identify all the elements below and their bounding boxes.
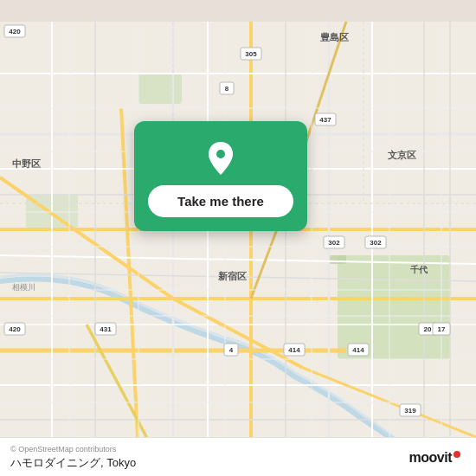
svg-rect-77 [433,323,450,335]
location-pin-icon [202,138,240,177]
svg-text:437: 437 [319,116,331,124]
svg-rect-69 [284,344,305,356]
moovit-logo-text: moovit [409,450,452,466]
map-container: 420 305 437 8 302 302 420 431 4 414 414 … [0,0,476,476]
svg-rect-4 [138,74,182,104]
take-me-there-button[interactable]: Take me there [148,185,293,217]
svg-rect-65 [95,323,116,335]
svg-text:文京区: 文京区 [388,150,416,160]
svg-rect-57 [220,82,234,94]
card: Take me there [134,121,307,231]
svg-line-33 [87,325,156,454]
svg-text:相模川: 相模川 [12,283,35,292]
svg-rect-53 [241,48,261,60]
svg-text:新宿区: 新宿区 [218,271,247,281]
svg-text:8: 8 [225,85,229,93]
bottom-left-info: © OpenStreetMap contributors ハモロダイニング, T… [10,445,136,471]
svg-text:20: 20 [424,325,432,333]
svg-rect-3 [26,195,78,229]
svg-rect-61 [365,236,386,248]
svg-text:302: 302 [328,239,340,247]
svg-rect-51 [4,25,25,37]
location-name: ハモロダイニング, Tokyo [10,455,136,471]
svg-rect-0 [0,22,476,454]
svg-text:305: 305 [245,50,257,58]
svg-rect-1 [338,255,450,359]
attribution-text: © OpenStreetMap contributors [10,445,136,453]
svg-line-29 [173,299,303,368]
svg-line-30 [303,368,476,437]
svg-text:319: 319 [404,407,416,415]
svg-text:302: 302 [370,239,382,247]
svg-rect-2 [329,255,346,264]
svg-line-16 [0,255,476,264]
svg-text:千代: 千代 [410,265,428,274]
map-svg: 420 305 437 8 302 302 420 431 4 414 414 … [0,0,476,476]
svg-rect-59 [324,236,344,248]
svg-text:中野区: 中野区 [12,158,41,169]
svg-text:420: 420 [9,28,21,35]
svg-rect-55 [315,113,336,125]
svg-rect-63 [4,323,25,335]
svg-line-32 [251,229,277,299]
svg-text:4: 4 [229,346,234,354]
bottom-bar: © OpenStreetMap contributors ハモロダイニング, T… [0,437,476,476]
moovit-logo: moovit [404,448,466,467]
svg-text:豊島区: 豊島区 [320,32,349,42]
svg-rect-75 [400,404,421,416]
svg-point-87 [216,150,225,158]
svg-rect-71 [348,344,369,356]
svg-text:414: 414 [352,346,364,354]
moovit-dot [453,451,460,458]
svg-text:414: 414 [288,346,300,354]
svg-text:17: 17 [438,325,446,333]
svg-text:431: 431 [100,325,112,333]
svg-text:420: 420 [9,325,21,333]
svg-rect-67 [224,344,238,356]
svg-line-17 [0,273,476,281]
svg-rect-73 [419,323,436,335]
